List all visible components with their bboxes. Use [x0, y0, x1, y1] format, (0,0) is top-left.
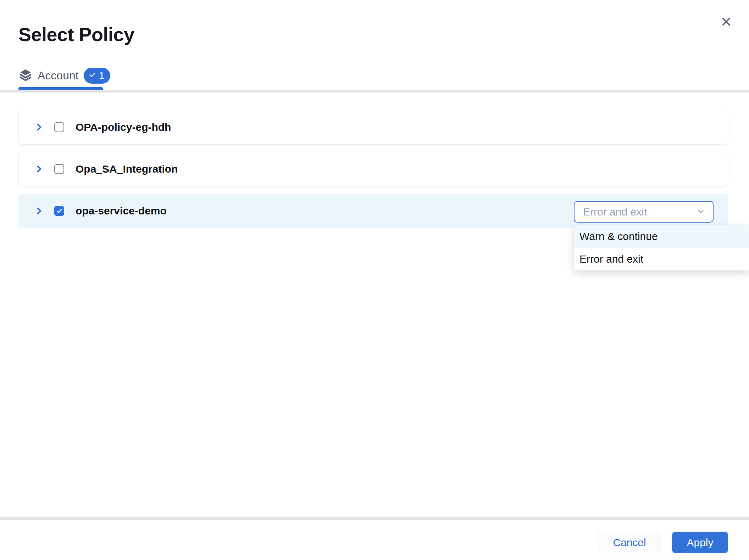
footer-divider: [0, 517, 749, 520]
select-value: Error and exit: [583, 206, 647, 218]
policy-row-opa-sa-integration[interactable]: Opa_SA_Integration: [18, 152, 728, 186]
policy-checkbox[interactable]: [54, 164, 64, 174]
close-button[interactable]: [717, 13, 736, 31]
menu-option-error-exit[interactable]: Error and exit: [574, 248, 749, 270]
failure-strategy-select[interactable]: Error and exit: [574, 201, 714, 223]
expand-chevron-icon[interactable]: [34, 121, 44, 133]
page-title: Select Policy: [18, 23, 134, 45]
policy-row-opa-policy-eg-hdh[interactable]: OPA-policy-eg-hdh: [18, 110, 728, 145]
expand-chevron-icon[interactable]: [34, 205, 44, 217]
expand-chevron-icon[interactable]: [34, 163, 44, 175]
apply-button[interactable]: Apply: [672, 532, 728, 553]
policy-checkbox[interactable]: [54, 122, 64, 132]
tabbar-divider: [0, 90, 749, 93]
policy-name: opa-service-demo: [76, 205, 167, 217]
policy-checkbox[interactable]: [54, 206, 64, 216]
failure-strategy-menu: Warn & continue Error and exit: [574, 225, 749, 270]
select-policy-modal: Select Policy Account 1: [0, 0, 749, 560]
chevron-down-icon: [696, 206, 706, 218]
close-icon: [720, 15, 733, 29]
tab-account-label: Account: [38, 69, 79, 82]
policy-name: OPA-policy-eg-hdh: [76, 121, 171, 133]
selected-count-badge: 1: [84, 68, 110, 84]
policy-name: Opa_SA_Integration: [76, 163, 178, 175]
badge-count: 1: [99, 70, 105, 82]
check-icon: [88, 71, 96, 80]
layers-icon: [18, 68, 33, 83]
menu-option-warn-continue[interactable]: Warn & continue: [574, 225, 749, 248]
cancel-button[interactable]: Cancel: [598, 532, 661, 553]
tab-account[interactable]: Account 1: [18, 65, 110, 86]
